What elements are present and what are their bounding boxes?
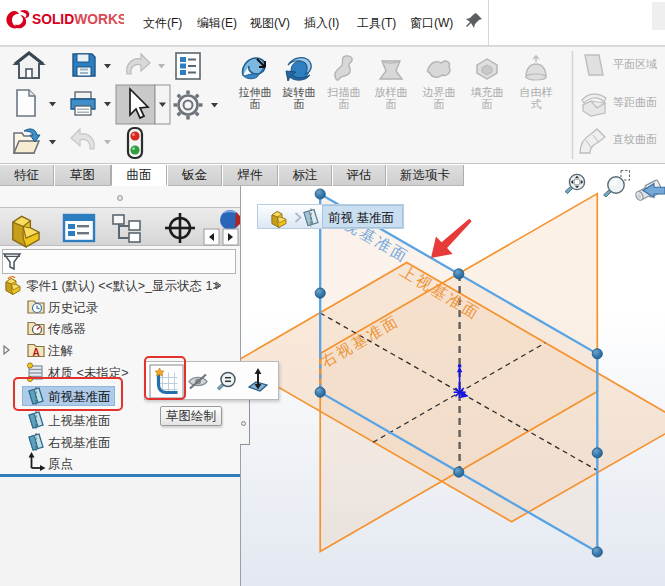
svg-text:A: A <box>33 347 40 358</box>
svg-text:SOLIDWORKS: SOLIDWORKS <box>32 12 124 27</box>
